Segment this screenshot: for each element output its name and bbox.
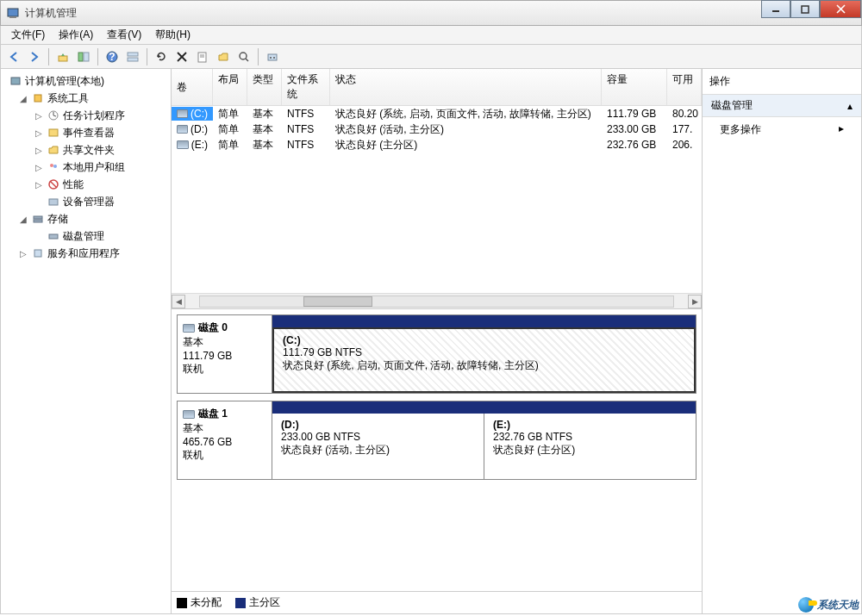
svg-rect-7 — [78, 53, 83, 61]
close-button[interactable] — [820, 0, 861, 18]
col-status[interactable]: 状态 — [330, 69, 602, 105]
back-button[interactable] — [4, 47, 23, 66]
watermark: 系统天地 — [798, 597, 859, 613]
svg-point-22 — [273, 57, 275, 59]
volume-row[interactable]: (C:)简单基本NTFS状态良好 (系统, 启动, 页面文件, 活动, 故障转储… — [172, 106, 702, 121]
delete-button[interactable] — [172, 47, 191, 66]
partition[interactable]: (D:)233.00 GB NTFS状态良好 (活动, 主分区) — [272, 414, 484, 479]
col-filesystem[interactable]: 文件系统 — [282, 69, 330, 105]
scroll-thumb[interactable] — [303, 296, 372, 307]
find-button[interactable] — [234, 47, 253, 66]
window-title: 计算机管理 — [25, 6, 77, 21]
help-button[interactable]: ? — [103, 47, 122, 66]
tree-performance[interactable]: ▷性能 — [3, 176, 169, 193]
refresh-button[interactable] — [152, 47, 171, 66]
actions-more[interactable]: 更多操作 ▸ — [703, 117, 861, 142]
svg-point-30 — [53, 165, 57, 168]
menu-view[interactable]: 查看(V) — [100, 26, 148, 44]
disk-icon — [183, 324, 195, 333]
tree-storage[interactable]: ◢存储 — [3, 210, 169, 227]
tree-shared-folders[interactable]: ▷共享文件夹 — [3, 141, 169, 159]
col-layout[interactable]: 布局 — [213, 69, 247, 105]
svg-rect-11 — [128, 53, 138, 56]
open-button[interactable] — [214, 47, 233, 66]
partition[interactable]: (C:)111.79 GB NTFS状态良好 (系统, 启动, 页面文件, 活动… — [272, 327, 696, 393]
disk-info: 磁盘 0基本111.79 GB联机 — [178, 315, 272, 393]
chevron-right-icon: ▸ — [839, 122, 844, 137]
partition[interactable]: (E:)232.76 GB NTFS状态良好 (主分区) — [484, 414, 696, 479]
svg-rect-24 — [34, 95, 41, 102]
svg-rect-6 — [59, 56, 67, 61]
volume-row[interactable]: (D:)简单基本NTFS状态良好 (活动, 主分区)233.00 GB177. — [172, 121, 702, 137]
app-icon — [6, 6, 20, 20]
tree-disk-management[interactable]: 磁盘管理 — [3, 227, 169, 245]
disk-info: 磁盘 1基本465.76 GB联机 — [178, 401, 272, 479]
svg-rect-20 — [268, 54, 277, 60]
drive-icon — [177, 140, 189, 149]
svg-point-18 — [240, 53, 247, 59]
col-volume[interactable]: 卷 — [172, 69, 213, 105]
col-free[interactable]: 可用 — [667, 69, 702, 105]
actions-section[interactable]: 磁盘管理 ▴ — [703, 95, 861, 117]
svg-rect-1 — [9, 16, 16, 18]
drive-icon — [177, 125, 188, 134]
menu-bar: 文件(F) 操作(A) 查看(V) 帮助(H) — [0, 26, 862, 45]
tree-root[interactable]: 计算机管理(本地) — [3, 72, 169, 90]
svg-rect-37 — [34, 250, 41, 257]
svg-rect-3 — [802, 6, 809, 13]
col-capacity[interactable]: 容量 — [602, 69, 667, 105]
tree-task-scheduler[interactable]: ▷任务计划程序 — [3, 107, 169, 124]
collapse-icon: ▴ — [847, 100, 853, 112]
menu-action[interactable]: 操作(A) — [52, 26, 100, 44]
title-bar: 计算机管理 — [0, 0, 862, 26]
globe-icon — [798, 597, 814, 613]
drive-icon — [177, 109, 188, 118]
svg-text:?: ? — [109, 51, 115, 63]
volume-hscroll[interactable]: ◀ ▶ — [172, 293, 702, 308]
actions-pane: 操作 磁盘管理 ▴ 更多操作 ▸ — [702, 69, 861, 613]
toolbar: ? — [0, 45, 862, 69]
svg-point-21 — [270, 57, 272, 59]
view-split-button[interactable] — [123, 47, 142, 66]
svg-line-19 — [246, 59, 248, 61]
menu-file[interactable]: 文件(F) — [4, 26, 52, 44]
actions-header: 操作 — [703, 69, 861, 95]
tree-services-apps[interactable]: ▷服务和应用程序 — [3, 245, 169, 262]
legend: 未分配 主分区 — [172, 591, 702, 613]
settings-button[interactable] — [263, 47, 282, 66]
svg-rect-34 — [34, 216, 42, 219]
svg-rect-36 — [49, 234, 58, 239]
svg-point-29 — [50, 164, 53, 167]
scroll-right-arrow[interactable]: ▶ — [688, 295, 702, 308]
svg-rect-33 — [49, 199, 58, 205]
disk-icon — [183, 410, 195, 419]
svg-rect-35 — [34, 220, 42, 222]
nav-tree[interactable]: 计算机管理(本地) ◢系统工具 ▷任务计划程序 ▷事件查看器 ▷共享文件夹 ▷本… — [1, 69, 172, 613]
disk-row[interactable]: 磁盘 0基本111.79 GB联机(C:)111.79 GB NTFS状态良好 … — [177, 314, 696, 394]
volume-list[interactable]: 卷 布局 类型 文件系统 状态 容量 可用 (C:)简单基本NTFS状态良好 (… — [172, 69, 702, 308]
scroll-left-arrow[interactable]: ◀ — [172, 295, 185, 308]
show-hide-tree-button[interactable] — [74, 47, 93, 66]
volume-row[interactable]: (E:)简单基本NTFS状态良好 (主分区)232.76 GB206. — [172, 137, 702, 152]
volume-list-header: 卷 布局 类型 文件系统 状态 容量 可用 — [172, 69, 702, 106]
tree-event-viewer[interactable]: ▷事件查看器 — [3, 124, 169, 141]
minimize-button[interactable] — [761, 0, 790, 18]
menu-help[interactable]: 帮助(H) — [148, 26, 197, 44]
disk-graph[interactable]: 磁盘 0基本111.79 GB联机(C:)111.79 GB NTFS状态良好 … — [172, 308, 702, 591]
svg-rect-0 — [8, 9, 18, 16]
col-type[interactable]: 类型 — [247, 69, 282, 105]
svg-line-32 — [50, 181, 57, 188]
tree-system-tools[interactable]: ◢系统工具 — [3, 90, 169, 107]
tree-device-manager[interactable]: 设备管理器 — [3, 193, 169, 210]
svg-rect-28 — [49, 129, 58, 136]
svg-line-5 — [837, 5, 845, 13]
forward-button[interactable] — [25, 47, 44, 66]
disk-row[interactable]: 磁盘 1基本465.76 GB联机(D:)233.00 GB NTFS状态良好 … — [177, 401, 696, 480]
tree-local-users[interactable]: ▷本地用户和组 — [3, 159, 169, 176]
svg-rect-8 — [84, 53, 89, 61]
svg-rect-12 — [128, 58, 138, 61]
svg-line-4 — [837, 5, 845, 13]
maximize-button[interactable] — [790, 0, 820, 18]
properties-button[interactable] — [193, 47, 212, 66]
up-button[interactable] — [53, 47, 72, 66]
